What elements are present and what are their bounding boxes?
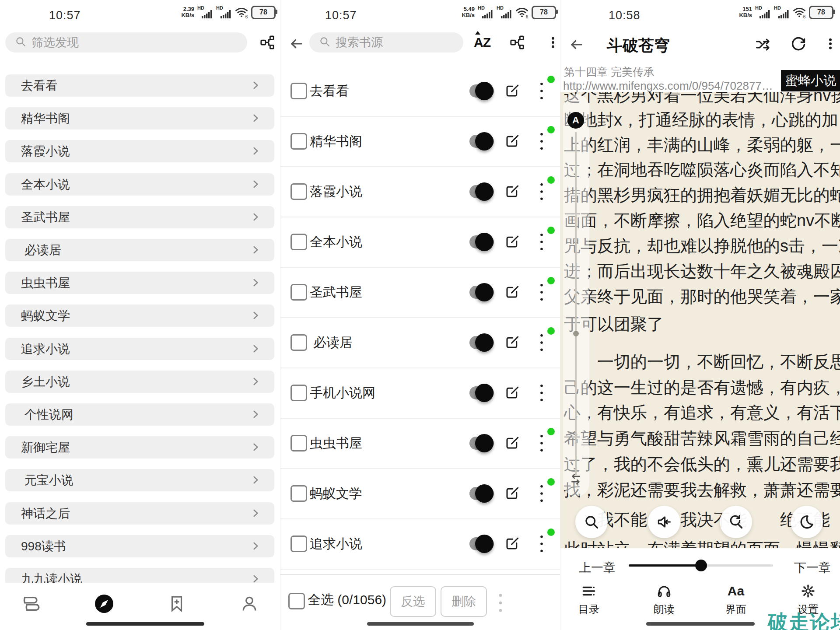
- book-source-row[interactable]: 去看看: [280, 66, 560, 117]
- row-checkbox[interactable]: [290, 234, 307, 250]
- discovery-source-item[interactable]: 虫虫书屋: [5, 272, 274, 294]
- row-more-icon[interactable]: [536, 534, 547, 555]
- footer-more-icon[interactable]: [495, 592, 506, 615]
- slider-knob[interactable]: [695, 560, 707, 571]
- enable-toggle[interactable]: [469, 286, 494, 299]
- edit-icon[interactable]: [504, 334, 520, 352]
- enable-toggle[interactable]: [469, 437, 494, 450]
- enable-toggle[interactable]: [469, 487, 494, 500]
- enable-toggle[interactable]: [469, 135, 494, 148]
- enable-toggle[interactable]: [469, 235, 494, 248]
- row-more-icon[interactable]: [536, 232, 547, 253]
- enable-toggle[interactable]: [469, 537, 494, 550]
- gesture-bar[interactable]: [646, 622, 755, 626]
- search-fab[interactable]: [575, 506, 608, 538]
- edge-slider-track[interactable]: [575, 132, 577, 475]
- discovery-source-item[interactable]: 998读书: [5, 535, 274, 557]
- change-source-button[interactable]: [755, 37, 770, 54]
- toolbar-interface[interactable]: Aa 界面: [716, 582, 756, 616]
- listen-fab[interactable]: [648, 506, 680, 538]
- enable-toggle[interactable]: [469, 84, 494, 98]
- refresh-search-fab[interactable]: [720, 506, 752, 538]
- book-source-row[interactable]: 全本小说: [280, 217, 560, 268]
- delete-button[interactable]: 删除: [441, 586, 487, 617]
- row-more-icon[interactable]: [536, 434, 547, 455]
- book-source-row[interactable]: 落霞小说: [280, 166, 560, 217]
- back-button[interactable]: [289, 37, 303, 52]
- discovery-source-item[interactable]: 新御宅屋: [5, 436, 274, 458]
- edit-icon[interactable]: [504, 234, 520, 251]
- chapter-slider[interactable]: [629, 564, 773, 567]
- enable-toggle[interactable]: [469, 336, 494, 349]
- source-url[interactable]: http://www.mifengxs.com/0/954/702877…: [563, 79, 773, 93]
- edit-icon[interactable]: [504, 183, 520, 201]
- edit-icon[interactable]: [504, 133, 520, 150]
- discovery-source-item[interactable]: 精华书阁: [5, 107, 274, 130]
- discovery-source-item[interactable]: 个性说网: [5, 403, 274, 426]
- nav-discovery-tab[interactable]: [90, 591, 118, 619]
- row-checkbox[interactable]: [290, 83, 307, 99]
- book-source-row[interactable]: 圣武书屋: [280, 267, 560, 318]
- next-chapter-button[interactable]: 下一章: [794, 560, 831, 576]
- more-menu-button[interactable]: [824, 37, 837, 52]
- book-source-row[interactable]: 蚂蚁文学: [280, 468, 560, 519]
- row-more-icon[interactable]: [536, 383, 547, 404]
- enable-toggle[interactable]: [469, 386, 494, 399]
- row-more-icon[interactable]: [536, 132, 547, 153]
- more-menu-button[interactable]: [546, 35, 560, 51]
- prev-chapter-button[interactable]: 上一章: [579, 560, 616, 576]
- discovery-source-item[interactable]: 元宝小说: [5, 469, 274, 491]
- row-more-icon[interactable]: [536, 81, 547, 102]
- nav-bookshelf-tab[interactable]: [18, 591, 46, 619]
- edit-icon[interactable]: [504, 536, 520, 553]
- nav-profile-tab[interactable]: [235, 591, 263, 619]
- edge-slider-knob[interactable]: [573, 331, 579, 336]
- night-mode-fab[interactable]: [791, 506, 823, 538]
- row-checkbox[interactable]: [290, 284, 307, 301]
- discovery-source-item[interactable]: 蚂蚁文学: [5, 304, 274, 327]
- reading-page[interactable]: 此时站立，布满着期望的页面，慢慢翻阅 我不能 我决不能 绝不能找，彩泥还需要我去…: [560, 92, 840, 548]
- book-source-row[interactable]: 虫虫书屋: [280, 418, 560, 469]
- select-all-checkbox[interactable]: [288, 593, 305, 609]
- book-source-row[interactable]: 手机小说网: [280, 368, 560, 419]
- nav-bookmark-tab[interactable]: [163, 591, 191, 619]
- discovery-source-item[interactable]: 必读居: [5, 239, 274, 261]
- book-source-row[interactable]: 必读居: [280, 317, 560, 368]
- group-manage-button[interactable]: [510, 35, 525, 52]
- discovery-source-item[interactable]: 乡土小说: [5, 371, 274, 393]
- row-more-icon[interactable]: [536, 333, 547, 354]
- row-checkbox[interactable]: [290, 385, 307, 401]
- discovery-source-item[interactable]: 追求小说: [5, 338, 274, 360]
- discovery-source-item[interactable]: 去看看: [5, 74, 274, 97]
- row-checkbox[interactable]: [290, 183, 307, 200]
- row-more-icon[interactable]: [536, 182, 547, 203]
- row-checkbox[interactable]: [290, 435, 307, 452]
- row-checkbox[interactable]: [290, 334, 307, 351]
- edit-icon[interactable]: [504, 435, 520, 452]
- edit-icon[interactable]: [504, 385, 520, 402]
- source-search-input[interactable]: 搜索书源: [309, 32, 463, 52]
- assist-a-badge[interactable]: A: [567, 112, 584, 129]
- invert-selection-button[interactable]: 反选: [390, 586, 436, 617]
- row-checkbox[interactable]: [290, 133, 307, 150]
- discovery-source-item[interactable]: 全本小说: [5, 173, 274, 196]
- book-source-row[interactable]: 精华书阁: [280, 116, 560, 167]
- edit-icon[interactable]: [504, 284, 520, 301]
- discovery-source-item[interactable]: 圣武书屋: [5, 206, 274, 228]
- back-button[interactable]: [569, 38, 583, 53]
- toolbar-toc[interactable]: 目录: [569, 582, 609, 616]
- gesture-bar[interactable]: [367, 622, 474, 626]
- edge-slider-panel[interactable]: A: [563, 94, 589, 497]
- row-checkbox[interactable]: [290, 536, 307, 552]
- edit-icon[interactable]: [504, 485, 520, 503]
- refresh-button[interactable]: [791, 37, 806, 54]
- toolbar-listen[interactable]: 朗读: [644, 582, 684, 616]
- edit-icon[interactable]: [504, 83, 520, 100]
- gesture-bar[interactable]: [86, 622, 204, 626]
- row-more-icon[interactable]: [536, 283, 547, 304]
- discovery-source-item[interactable]: 九九读小说: [5, 568, 274, 583]
- row-more-icon[interactable]: [536, 484, 547, 505]
- enable-toggle[interactable]: [469, 185, 494, 198]
- book-source-row[interactable]: 追求小说: [280, 518, 560, 570]
- discovery-source-item[interactable]: 神话之后: [5, 502, 274, 525]
